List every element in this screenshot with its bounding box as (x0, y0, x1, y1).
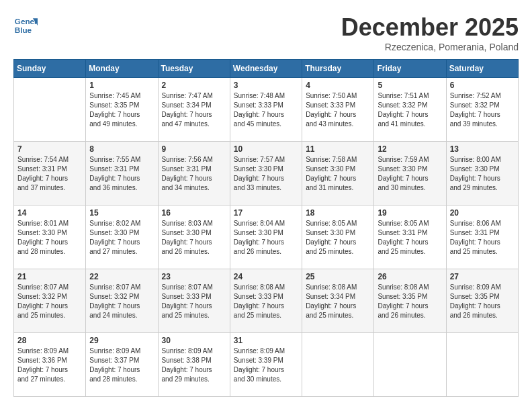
header-saturday: Saturday (446, 60, 518, 78)
day-cell: 9Sunrise: 7:56 AM Sunset: 3:31 PM Daylig… (158, 142, 230, 205)
day-number: 29 (89, 336, 154, 345)
day-cell: 19Sunrise: 8:05 AM Sunset: 3:31 PM Dayli… (374, 205, 446, 269)
day-number: 16 (162, 208, 226, 218)
header-sunday: Sunday (14, 60, 86, 78)
day-cell: 29Sunrise: 8:09 AM Sunset: 3:37 PM Dayli… (86, 333, 158, 397)
header-tuesday: Tuesday (158, 60, 230, 78)
day-cell: 12Sunrise: 7:59 AM Sunset: 3:30 PM Dayli… (374, 142, 446, 205)
day-number: 14 (17, 208, 82, 218)
week-row-4: 28Sunrise: 8:09 AM Sunset: 3:36 PM Dayli… (14, 333, 519, 397)
day-number: 5 (378, 81, 442, 90)
day-number: 27 (450, 272, 515, 281)
logo: General Blue (13, 13, 38, 38)
day-info: Sunrise: 7:56 AM Sunset: 3:31 PM Dayligh… (162, 155, 226, 193)
header-monday: Monday (86, 60, 158, 78)
day-number: 7 (17, 144, 82, 154)
day-info: Sunrise: 8:09 AM Sunset: 3:37 PM Dayligh… (89, 347, 154, 384)
day-number: 11 (306, 144, 370, 154)
day-cell: 26Sunrise: 8:08 AM Sunset: 3:35 PM Dayli… (374, 269, 446, 333)
day-cell (302, 333, 374, 397)
day-info: Sunrise: 7:55 AM Sunset: 3:31 PM Dayligh… (89, 155, 154, 193)
subtitle: Rzeczenica, Pomerania, Poland (341, 42, 519, 52)
week-row-1: 7Sunrise: 7:54 AM Sunset: 3:31 PM Daylig… (14, 142, 519, 205)
day-info: Sunrise: 8:04 AM Sunset: 3:30 PM Dayligh… (234, 219, 298, 257)
day-number: 6 (450, 81, 515, 90)
day-number: 8 (89, 144, 154, 154)
day-info: Sunrise: 7:52 AM Sunset: 3:32 PM Dayligh… (450, 91, 515, 129)
day-info: Sunrise: 8:06 AM Sunset: 3:31 PM Dayligh… (450, 219, 515, 257)
day-cell: 17Sunrise: 8:04 AM Sunset: 3:30 PM Dayli… (230, 205, 302, 269)
logo-icon: General Blue (13, 13, 38, 38)
calendar-header-row: SundayMondayTuesdayWednesdayThursdayFrid… (14, 60, 519, 78)
day-number: 19 (378, 208, 442, 218)
day-cell: 8Sunrise: 7:55 AM Sunset: 3:31 PM Daylig… (86, 142, 158, 205)
day-number: 28 (17, 336, 82, 345)
day-cell: 4Sunrise: 7:50 AM Sunset: 3:33 PM Daylig… (302, 78, 374, 142)
header-wednesday: Wednesday (230, 60, 302, 78)
day-info: Sunrise: 7:47 AM Sunset: 3:34 PM Dayligh… (162, 91, 226, 129)
day-number: 24 (234, 272, 298, 281)
day-info: Sunrise: 8:08 AM Sunset: 3:34 PM Dayligh… (306, 283, 370, 320)
day-info: Sunrise: 7:45 AM Sunset: 3:35 PM Dayligh… (89, 91, 154, 129)
day-info: Sunrise: 8:01 AM Sunset: 3:30 PM Dayligh… (17, 219, 82, 257)
day-cell: 1Sunrise: 7:45 AM Sunset: 3:35 PM Daylig… (86, 78, 158, 142)
day-info: Sunrise: 8:09 AM Sunset: 3:35 PM Dayligh… (450, 283, 515, 320)
day-info: Sunrise: 8:03 AM Sunset: 3:30 PM Dayligh… (162, 219, 226, 257)
day-cell: 27Sunrise: 8:09 AM Sunset: 3:35 PM Dayli… (446, 269, 518, 333)
day-number: 20 (450, 208, 515, 218)
day-number: 22 (89, 272, 154, 281)
day-cell: 25Sunrise: 8:08 AM Sunset: 3:34 PM Dayli… (302, 269, 374, 333)
day-number: 17 (234, 208, 298, 218)
day-number: 18 (306, 208, 370, 218)
day-cell: 3Sunrise: 7:48 AM Sunset: 3:33 PM Daylig… (230, 78, 302, 142)
header: General Blue December 2025 Rzeczenica, P… (13, 13, 519, 52)
header-thursday: Thursday (302, 60, 374, 78)
week-row-2: 14Sunrise: 8:01 AM Sunset: 3:30 PM Dayli… (14, 205, 519, 269)
day-info: Sunrise: 7:48 AM Sunset: 3:33 PM Dayligh… (234, 91, 298, 129)
day-number: 12 (378, 144, 442, 154)
day-info: Sunrise: 8:05 AM Sunset: 3:31 PM Dayligh… (378, 219, 442, 257)
day-cell (14, 78, 86, 142)
svg-text:General: General (15, 17, 38, 26)
month-title: December 2025 (341, 13, 519, 42)
day-info: Sunrise: 7:51 AM Sunset: 3:32 PM Dayligh… (378, 91, 442, 129)
day-number: 4 (306, 81, 370, 90)
day-number: 3 (234, 81, 298, 90)
day-cell: 22Sunrise: 8:07 AM Sunset: 3:32 PM Dayli… (86, 269, 158, 333)
day-info: Sunrise: 8:07 AM Sunset: 3:33 PM Dayligh… (162, 283, 226, 320)
svg-text:Blue: Blue (15, 26, 32, 34)
day-info: Sunrise: 8:09 AM Sunset: 3:36 PM Dayligh… (17, 347, 82, 384)
day-cell: 6Sunrise: 7:52 AM Sunset: 3:32 PM Daylig… (446, 78, 518, 142)
day-cell: 16Sunrise: 8:03 AM Sunset: 3:30 PM Dayli… (158, 205, 230, 269)
week-row-3: 21Sunrise: 8:07 AM Sunset: 3:32 PM Dayli… (14, 269, 519, 333)
day-info: Sunrise: 8:07 AM Sunset: 3:32 PM Dayligh… (89, 283, 154, 320)
day-number: 1 (89, 81, 154, 90)
day-info: Sunrise: 8:09 AM Sunset: 3:38 PM Dayligh… (162, 347, 226, 384)
day-number: 9 (162, 144, 226, 154)
day-info: Sunrise: 8:02 AM Sunset: 3:30 PM Dayligh… (89, 219, 154, 257)
day-cell: 18Sunrise: 8:05 AM Sunset: 3:30 PM Dayli… (302, 205, 374, 269)
day-cell: 14Sunrise: 8:01 AM Sunset: 3:30 PM Dayli… (14, 205, 86, 269)
day-cell: 20Sunrise: 8:06 AM Sunset: 3:31 PM Dayli… (446, 205, 518, 269)
day-number: 15 (89, 208, 154, 218)
day-cell: 11Sunrise: 7:58 AM Sunset: 3:30 PM Dayli… (302, 142, 374, 205)
day-number: 30 (162, 336, 226, 345)
day-cell: 10Sunrise: 7:57 AM Sunset: 3:30 PM Dayli… (230, 142, 302, 205)
day-number: 2 (162, 81, 226, 90)
day-cell: 30Sunrise: 8:09 AM Sunset: 3:38 PM Dayli… (158, 333, 230, 397)
title-area: December 2025 Rzeczenica, Pomerania, Pol… (341, 13, 519, 52)
day-info: Sunrise: 8:05 AM Sunset: 3:30 PM Dayligh… (306, 219, 370, 257)
day-number: 10 (234, 144, 298, 154)
week-row-0: 1Sunrise: 7:45 AM Sunset: 3:35 PM Daylig… (14, 78, 519, 142)
day-info: Sunrise: 8:00 AM Sunset: 3:30 PM Dayligh… (450, 155, 515, 193)
day-info: Sunrise: 7:57 AM Sunset: 3:30 PM Dayligh… (234, 155, 298, 193)
day-number: 23 (162, 272, 226, 281)
day-number: 31 (234, 336, 298, 345)
day-cell: 21Sunrise: 8:07 AM Sunset: 3:32 PM Dayli… (14, 269, 86, 333)
day-cell: 13Sunrise: 8:00 AM Sunset: 3:30 PM Dayli… (446, 142, 518, 205)
header-friday: Friday (374, 60, 446, 78)
day-number: 25 (306, 272, 370, 281)
day-cell: 7Sunrise: 7:54 AM Sunset: 3:31 PM Daylig… (14, 142, 86, 205)
day-info: Sunrise: 7:59 AM Sunset: 3:30 PM Dayligh… (378, 155, 442, 193)
day-cell (446, 333, 518, 397)
